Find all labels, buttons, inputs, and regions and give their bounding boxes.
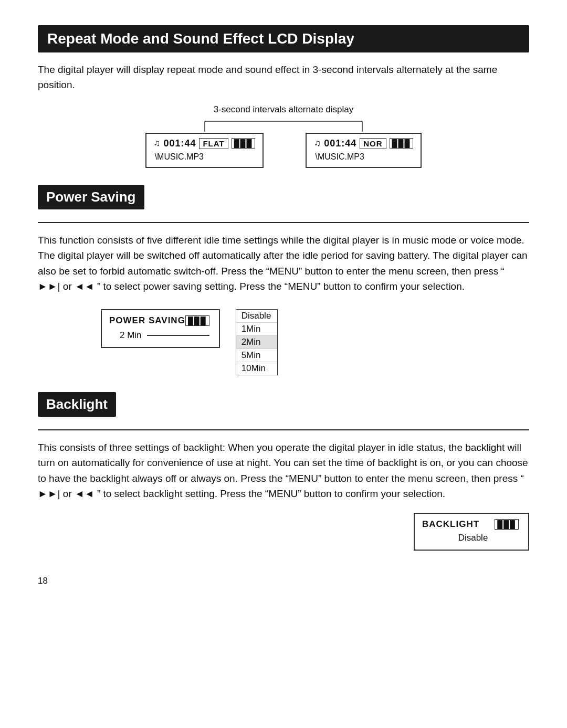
lcd-time-2: 001:44 <box>324 138 356 149</box>
repeat-mode-section: Repeat Mode and Sound Effect LCD Display… <box>38 25 529 168</box>
power-saving-divider <box>38 222 529 223</box>
music-icon-2: ♫ <box>314 138 321 149</box>
ps-value: 2 Min <box>120 330 142 341</box>
ps-screen-title: POWER SAVING <box>109 315 185 326</box>
ps-top-row: POWER SAVING ███ <box>109 315 209 326</box>
lcd-screen-2-top: ♫ 001:44 NOR ███ <box>314 138 413 149</box>
music-icon-1: ♫ <box>154 138 161 149</box>
backlight-divider <box>38 429 529 430</box>
lcd-screen-2: ♫ 001:44 NOR ███ \MUSIC.MP3 <box>306 133 422 168</box>
ps-menu: Disable 1Min 2Min 5Min 10Min <box>236 309 278 375</box>
backlight-diagram: BACKLIGHT ███ Disable <box>38 513 529 551</box>
ps-battery-icon: ███ <box>185 315 209 326</box>
battery-icon-1: ███ <box>232 138 256 149</box>
repeat-mode-title: Repeat Mode and Sound Effect LCD Display <box>38 25 529 52</box>
ps-menu-2min: 2Min <box>236 336 277 349</box>
lcd-screen-1: ♫ 001:44 FLAT ███ \MUSIC.MP3 <box>145 133 264 168</box>
diagram-label: 3-second intervals alternate display <box>214 104 353 115</box>
battery-icon-2: ███ <box>390 138 414 149</box>
repeat-mode-body: The digital player will display repeat m… <box>38 62 529 93</box>
ps-menu-1min: 1Min <box>236 323 277 336</box>
backlight-section: Backlight This consists of three setting… <box>38 392 529 551</box>
power-saving-body: This function consists of five different… <box>38 233 529 294</box>
bl-screen-title: BACKLIGHT <box>422 519 479 530</box>
lcd-screens-row: ♫ 001:44 FLAT ███ \MUSIC.MP3 ♫ 001:44 NO… <box>38 133 529 168</box>
power-saving-title-row: Power Saving <box>38 185 529 223</box>
ps-screen: POWER SAVING ███ 2 Min <box>101 309 220 348</box>
ps-bottom-row: 2 Min <box>109 330 209 341</box>
ps-menu-disable: Disable <box>236 310 277 323</box>
lcd-filename-1: \MUSIC.MP3 <box>155 152 256 162</box>
bracket-svg <box>136 117 430 133</box>
ps-menu-5min: 5Min <box>236 349 277 362</box>
backlight-title: Backlight <box>38 392 116 417</box>
page-number: 18 <box>38 576 529 586</box>
bl-value: Disable <box>422 533 519 543</box>
backlight-body: This consists of three settings of backl… <box>38 440 529 502</box>
backlight-title-row: Backlight <box>38 392 529 430</box>
bl-screen: BACKLIGHT ███ Disable <box>414 513 529 551</box>
repeat-mode-title-row: Repeat Mode and Sound Effect LCD Display <box>38 25 529 52</box>
bl-battery-icon: ███ <box>495 519 519 530</box>
power-saving-section: Power Saving This function consists of f… <box>38 185 529 375</box>
lcd-filename-2: \MUSIC.MP3 <box>315 152 413 162</box>
lcd-screen-1-top: ♫ 001:44 FLAT ███ <box>154 138 256 149</box>
power-saving-diagram: POWER SAVING ███ 2 Min Disable 1Min 2Min… <box>101 309 529 375</box>
ps-menu-10min: 10Min <box>236 362 277 375</box>
lcd-mode-1: FLAT <box>199 138 228 149</box>
lcd-mode-2: NOR <box>360 138 386 149</box>
bl-top-row: BACKLIGHT ███ <box>422 519 519 530</box>
power-saving-title: Power Saving <box>38 185 144 209</box>
lcd-diagram-area: 3-second intervals alternate display ♫ 0… <box>38 104 529 168</box>
ps-connecting-line <box>147 335 209 336</box>
lcd-time-1: 001:44 <box>163 138 196 149</box>
